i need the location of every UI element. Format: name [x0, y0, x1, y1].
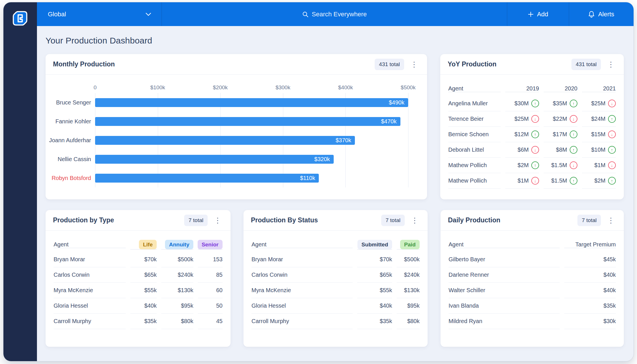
- agent-name: Carroll Murphy: [54, 314, 126, 329]
- annuity-pill: Annuity: [165, 240, 193, 249]
- senior-value: 50: [198, 298, 223, 314]
- add-button[interactable]: Add: [507, 2, 569, 26]
- card-menu-button[interactable]: ⋮: [605, 60, 616, 69]
- scope-selector[interactable]: Global: [37, 2, 162, 26]
- agent-name: Walter Schiller: [449, 283, 560, 298]
- axis-tick: 0: [94, 84, 97, 91]
- table-row: Walter Schiller $40k: [449, 283, 616, 298]
- target-premium-value: $35k: [564, 298, 616, 314]
- chart-row: $320k: [95, 150, 408, 169]
- axis-tick: $100k: [150, 84, 165, 91]
- alerts-button[interactable]: Alerts: [569, 2, 634, 26]
- submitted-value: $65k: [357, 267, 392, 283]
- column-header: Annuity: [161, 240, 193, 250]
- table-row: Mildred Ryan $30k: [449, 314, 616, 329]
- alerts-button-label: Alerts: [598, 11, 614, 18]
- chart-bar: $320k: [95, 155, 334, 164]
- daily-table: Agent Target Premium Gilberto Bayer $45k…: [441, 231, 624, 329]
- card-title: Monthly Production: [53, 60, 115, 68]
- trend-icon: [531, 146, 539, 154]
- column-header: Submitted: [357, 240, 392, 250]
- plus-icon: [528, 11, 534, 17]
- table-row: Gloria Hessel $40k $95k: [251, 298, 420, 314]
- total-badge: 431 total: [375, 59, 404, 70]
- trend-icon: [608, 177, 616, 185]
- column-header: Agent: [449, 241, 560, 248]
- card-menu-button[interactable]: ⋮: [605, 216, 616, 225]
- trend-icon: [531, 100, 539, 107]
- column-header: 2020: [544, 85, 577, 92]
- yoy-value: $25M: [514, 116, 529, 122]
- agent-name: Bryan Morar: [251, 252, 353, 267]
- axis-tick: $300k: [276, 84, 290, 91]
- table-row: Myra McKenzie $55k $130k: [251, 283, 420, 298]
- agent-name: Carlos Corwin: [54, 267, 126, 283]
- trend-icon: [531, 130, 539, 138]
- agent-name: Gloria Hessel: [54, 298, 126, 314]
- agent-name: Myra McKenzie: [54, 283, 126, 298]
- agent-name: Ivan Blanda: [449, 298, 560, 314]
- sidebar: [3, 2, 37, 361]
- table-row: Darlene Renner $40k: [449, 267, 616, 283]
- total-badge: 7 total: [381, 215, 405, 226]
- app-window: Global Search Everywhere Add Alerts Your: [3, 2, 634, 361]
- table-row: Angelina Muller $30M $35M $25M: [448, 96, 616, 111]
- chart-plot-area: $490k $470k $370k: [95, 93, 408, 187]
- target-premium-value: $30k: [564, 314, 616, 329]
- yoy-value: $10M: [591, 147, 605, 153]
- senior-value: 85: [198, 267, 223, 283]
- life-pill: Life: [139, 240, 157, 249]
- trend-icon: [570, 100, 577, 107]
- trend-icon: [570, 177, 577, 185]
- table-header-row: Agent Submitted Paid: [251, 238, 420, 252]
- axis-tick: $400k: [338, 84, 353, 91]
- yoy-value: $24M: [591, 116, 605, 122]
- table-row: Gloria Hessel $40k $95k 50: [54, 298, 223, 314]
- total-badge: 7 total: [577, 215, 601, 226]
- chart-x-axis: 0 $100k $200k $300k $400k $500k: [95, 84, 408, 93]
- trend-icon: [570, 161, 577, 169]
- submitted-value: $70k: [357, 252, 392, 267]
- app-logo-icon[interactable]: [11, 10, 29, 27]
- trend-icon: [570, 146, 577, 154]
- table-row: Carlos Corwin $65k $240k: [251, 267, 420, 283]
- yoy-value: $22M: [553, 116, 567, 122]
- card-menu-button[interactable]: ⋮: [409, 216, 420, 225]
- chart-row: $370k: [95, 131, 408, 150]
- table-row: Carroll Murphy $35k $80k 45: [54, 314, 223, 329]
- column-header: Agent: [54, 241, 126, 248]
- yoy-value: $12M: [514, 131, 529, 138]
- table-row: Bryan Morar $70k $500k: [251, 252, 420, 267]
- annuity-value: $95k: [161, 298, 193, 314]
- search-input[interactable]: Search Everywhere: [162, 2, 507, 26]
- production-by-type-card: Production by Type 7 total ⋮ Agent Life …: [46, 210, 231, 347]
- table-row: Ivan Blanda $35k: [449, 298, 616, 314]
- card-title: Daily Production: [448, 216, 500, 224]
- yoy-value: $35M: [553, 100, 567, 107]
- agent-name: Bryan Morar: [54, 252, 126, 267]
- page-title: Your Production Dashboard: [46, 36, 617, 46]
- yoy-value: $15M: [591, 131, 605, 138]
- main-content: Your Production Dashboard Monthly Produc…: [37, 26, 634, 361]
- total-badge: 431 total: [571, 59, 601, 70]
- chevron-down-icon: [146, 13, 151, 16]
- card-menu-button[interactable]: ⋮: [409, 60, 420, 69]
- bar-value-label: $320k: [314, 155, 330, 164]
- yoy-table: Agent 2019 2020 2021 Angelina Muller $30…: [440, 75, 624, 189]
- agent-name: Bernice Schoen: [448, 127, 501, 142]
- annuity-value: $240k: [161, 267, 193, 283]
- top-bar: Global Search Everywhere Add Alerts: [37, 2, 634, 26]
- card-title: Production by Type: [53, 216, 114, 224]
- target-premium-value: $40k: [564, 283, 616, 298]
- column-header: Senior: [198, 240, 223, 250]
- senior-value: 153: [198, 252, 223, 267]
- add-button-label: Add: [537, 11, 548, 18]
- card-menu-button[interactable]: ⋮: [212, 216, 223, 225]
- production-by-status-card: Production By Status 7 total ⋮ Agent Sub…: [243, 210, 428, 347]
- bar-value-label: $110k: [300, 174, 315, 183]
- chart-bar: $470k: [95, 117, 400, 126]
- axis-tick: $500k: [401, 84, 416, 91]
- trend-icon: [531, 177, 539, 185]
- annuity-value: $130k: [161, 283, 193, 298]
- chart-row: $490k: [95, 93, 408, 112]
